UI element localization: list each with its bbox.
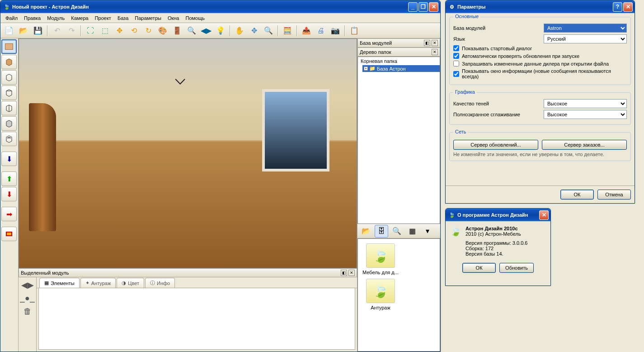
close-button[interactable]: ✕: [539, 210, 549, 220]
main-titlebar[interactable]: 🍃 Новый проект - Астрон Дизайн _ ❐ ✕: [0, 0, 440, 13]
lt-box-wire3[interactable]: [1, 101, 17, 115]
tool-rotate90[interactable]: ⟲: [127, 24, 141, 37]
menu-parameters[interactable]: Параметры: [132, 14, 165, 22]
params-cancel-button[interactable]: Отмена: [597, 190, 631, 200]
search-icon[interactable]: 🔍: [390, 225, 404, 238]
menu-edit[interactable]: Правка: [21, 14, 44, 22]
params-titlebar[interactable]: ⚙ Параметры ? ✕: [446, 0, 635, 13]
tool-report[interactable]: 📋: [348, 24, 361, 37]
chk-start-dialog[interactable]: [453, 45, 459, 51]
tool-open[interactable]: 📂: [17, 24, 30, 37]
tab-color[interactable]: ◑Цвет: [117, 278, 144, 288]
tool-undo[interactable]: ↶: [50, 24, 64, 37]
lang-select[interactable]: Русский: [544, 34, 627, 43]
3d-viewport[interactable]: ⌵: [19, 38, 357, 268]
view-large-icon[interactable]: 🗄: [375, 225, 388, 238]
tool-print[interactable]: 🖨: [314, 24, 328, 37]
tool-zoom[interactable]: 🔍: [262, 24, 275, 37]
trash-icon[interactable]: 🗑: [24, 307, 32, 316]
tree-node[interactable]: + 📁 База Астрон: [362, 65, 440, 72]
panel-dock-icon[interactable]: ◧: [424, 40, 430, 46]
lt-remove[interactable]: ⬇: [1, 187, 17, 201]
star-icon: ✦: [85, 280, 89, 286]
maximize-button[interactable]: ❐: [418, 2, 428, 12]
minimize-button[interactable]: _: [408, 2, 418, 12]
selected-module-header: Выделенный модуль ◧ ✕: [19, 268, 357, 277]
lt-square[interactable]: [1, 227, 17, 241]
more-icon[interactable]: ▾: [421, 225, 434, 238]
thumbnail-item[interactable]: 🍃 Антураж: [362, 279, 399, 310]
tool-new[interactable]: 📄: [2, 24, 16, 37]
menu-base[interactable]: База: [114, 14, 132, 22]
menu-module[interactable]: Модуль: [44, 14, 68, 22]
flip-horizontal-icon[interactable]: ◀▶: [21, 280, 34, 290]
grid-icon: ▦: [44, 280, 49, 286]
close-button[interactable]: ✕: [429, 2, 438, 12]
lt-box-wire1[interactable]: [1, 70, 17, 85]
tool-mirror[interactable]: ◀▶: [199, 24, 213, 37]
tool-light[interactable]: 💡: [214, 24, 227, 37]
tool-move[interactable]: ✥: [113, 24, 126, 37]
panel-close-icon[interactable]: ✕: [348, 270, 355, 276]
tool-select[interactable]: ⬚: [98, 24, 112, 37]
panel-close-icon[interactable]: ✕: [432, 49, 438, 55]
tool-color[interactable]: 🎨: [156, 24, 169, 37]
menu-camera[interactable]: Камера: [68, 14, 91, 22]
thumbnail-pane[interactable]: 🍃 Мебель для д... 🍃 Антураж: [357, 238, 440, 352]
menu-windows[interactable]: Окна: [165, 14, 183, 22]
tool-export[interactable]: 📤: [300, 24, 313, 37]
lt-arrow-right[interactable]: ➡: [1, 207, 17, 221]
chk-auto-updates[interactable]: [453, 53, 459, 59]
chk-dealer-data[interactable]: [453, 61, 459, 67]
lt-add[interactable]: ⬆: [1, 171, 17, 186]
separator: [344, 25, 345, 36]
tab-elements[interactable]: ▦Элементы: [39, 278, 80, 288]
lt-box-wire2[interactable]: [1, 86, 17, 100]
lt-box-side[interactable]: [1, 116, 17, 131]
about-refresh-button[interactable]: Обновить: [499, 263, 534, 273]
up-folder-icon[interactable]: 📂: [359, 225, 373, 238]
slider-icon[interactable]: ⎯●⎯: [20, 294, 35, 303]
about-titlebar[interactable]: 🍃 О программе Астрон Дизайн ✕: [446, 209, 550, 221]
expand-icon[interactable]: +: [364, 67, 368, 71]
tool-calc[interactable]: 🧮: [281, 24, 294, 37]
thumbnail-item[interactable]: 🍃 Мебель для д...: [362, 243, 399, 275]
tool-door[interactable]: 🚪: [170, 24, 184, 37]
tool-snapshot[interactable]: 📷: [329, 24, 342, 37]
shadow-select[interactable]: Высокое: [544, 99, 627, 108]
tool-pan[interactable]: ✋: [233, 24, 246, 37]
group-network-label: Сеть: [453, 129, 468, 134]
module-base-title: База модулей: [360, 40, 392, 46]
tool-orbit[interactable]: ✥: [247, 24, 261, 37]
order-server-button[interactable]: Сервер заказов...: [542, 140, 627, 150]
folder-tree[interactable]: Корневая папка + 📁 База Астрон: [357, 57, 440, 224]
help-button[interactable]: ?: [613, 2, 622, 12]
tab-info[interactable]: ⓘИнфо: [145, 278, 175, 288]
close-button[interactable]: ✕: [623, 2, 633, 12]
folder-tree-title: Дерево папок: [360, 49, 391, 55]
panel-dock-icon[interactable]: ◧: [341, 270, 347, 276]
lt-wall[interactable]: [1, 39, 17, 54]
chk-info-window[interactable]: [453, 71, 459, 77]
svg-marker-2: [6, 90, 12, 96]
about-ok-button[interactable]: ОК: [462, 263, 496, 273]
view-grid-icon[interactable]: ▦: [405, 225, 419, 238]
menu-file[interactable]: Файл: [2, 14, 21, 22]
tool-redo[interactable]: ↷: [65, 24, 78, 37]
tool-fit[interactable]: ⛶: [84, 24, 97, 37]
tool-rotate[interactable]: ↻: [141, 24, 155, 37]
tab-entourage[interactable]: ✦Антураж: [80, 278, 116, 288]
params-ok-button[interactable]: ОК: [560, 190, 594, 200]
menu-project[interactable]: Проект: [92, 14, 114, 22]
aa-select[interactable]: Высокое: [544, 110, 627, 119]
panel-close-icon[interactable]: ✕: [432, 40, 438, 46]
update-server-button[interactable]: Сервер обновлений...: [453, 140, 538, 150]
menu-help[interactable]: Помощь: [182, 14, 208, 22]
tool-measure[interactable]: 🔍: [185, 24, 198, 37]
lt-arrow-down[interactable]: ⬇: [1, 152, 17, 166]
tool-save[interactable]: 💾: [31, 24, 45, 37]
lang-label: Язык: [453, 36, 544, 42]
lt-box-solid[interactable]: [1, 55, 17, 69]
lt-box-open[interactable]: [1, 132, 17, 146]
module-base-select[interactable]: Astron: [544, 24, 627, 33]
